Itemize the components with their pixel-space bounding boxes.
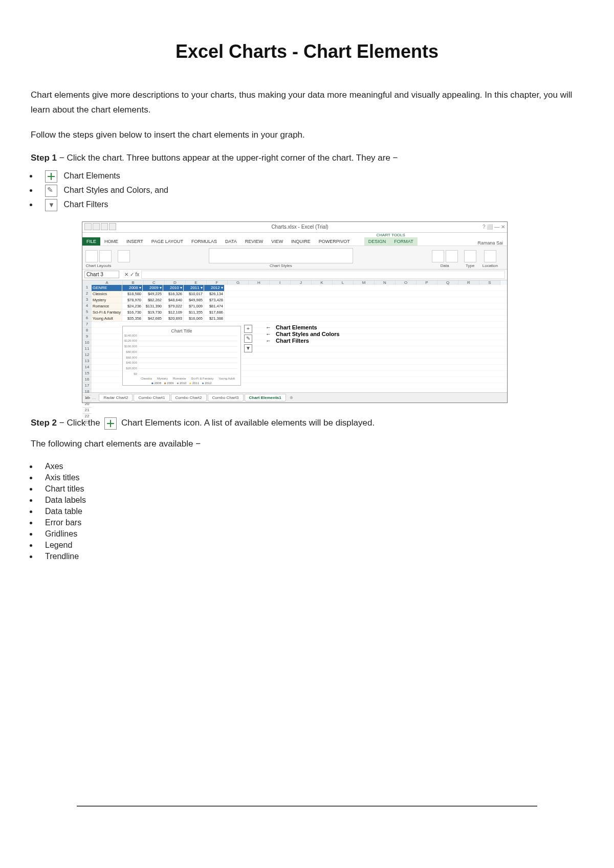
row-header[interactable]: 10 xyxy=(82,340,92,346)
chart-legend[interactable]: 20082009201020112012 xyxy=(123,382,240,385)
list-item: Chart titles xyxy=(38,484,583,494)
quick-access-toolbar[interactable] xyxy=(84,223,117,231)
column-header[interactable]: F xyxy=(207,280,228,285)
column-header[interactable]: L xyxy=(333,280,354,285)
move-chart-button[interactable] xyxy=(484,250,496,262)
column-header[interactable]: H xyxy=(249,280,270,285)
tab-data[interactable]: DATA xyxy=(221,237,241,246)
column-header[interactable]: A xyxy=(92,280,123,285)
window-controls[interactable]: ? ⬜ — ✕ xyxy=(483,224,505,230)
column-header[interactable]: S xyxy=(479,280,500,285)
column-headers[interactable]: ABCDEFGHIJKLMNOPQRS xyxy=(92,280,500,285)
row-header[interactable]: 14 xyxy=(82,365,92,371)
row-header[interactable]: 5 xyxy=(82,309,92,316)
column-header[interactable]: O xyxy=(396,280,416,285)
sheet-tab[interactable]: Combo Chart2 xyxy=(171,394,207,402)
chart-styles-button[interactable]: ✎ xyxy=(244,335,252,343)
row-header[interactable]: 16 xyxy=(82,377,92,383)
formula-input[interactable] xyxy=(141,271,505,279)
group-data-label: Data xyxy=(441,263,449,268)
add-chart-element-button[interactable] xyxy=(85,250,98,262)
column-header[interactable]: E xyxy=(186,280,207,285)
plus-icon xyxy=(45,170,57,183)
row-header[interactable]: 6 xyxy=(82,316,92,322)
tab-insert[interactable]: INSERT xyxy=(122,237,147,246)
row-header[interactable]: 21 xyxy=(82,408,92,414)
column-header[interactable]: B xyxy=(123,280,144,285)
sheet-tab[interactable]: Chart Elements1 xyxy=(245,394,286,402)
row-header[interactable]: 11 xyxy=(82,346,92,352)
row-header[interactable]: 18 xyxy=(82,389,92,395)
row-headers[interactable]: 1234567891011121314151617181920212223 xyxy=(82,285,92,392)
switch-row-column-button[interactable] xyxy=(432,250,444,262)
tab-inquire[interactable]: INQUIRE xyxy=(287,237,315,246)
worksheet-area[interactable]: 1234567891011121314151617181920212223 GE… xyxy=(82,285,507,392)
data-table-block: GENRE2008 ▾2009 ▾2010 ▾2011 ▾2012 ▾Class… xyxy=(92,285,225,322)
row-header[interactable]: 9 xyxy=(82,334,92,340)
footer-rule xyxy=(77,806,537,807)
quick-layout-button[interactable] xyxy=(99,250,112,262)
tab-formulas[interactable]: FORMULAS xyxy=(187,237,221,246)
chart-elements-button[interactable]: + xyxy=(244,325,252,333)
step-1-body: − Click the chart. Three buttons appear … xyxy=(57,153,398,163)
embedded-chart[interactable]: Chart Title $140,000$120,000$100,000$80,… xyxy=(122,326,241,386)
row-header[interactable]: 12 xyxy=(82,352,92,359)
select-data-button[interactable] xyxy=(446,250,458,262)
tab-review[interactable]: REVIEW xyxy=(241,237,268,246)
chart-styles-gallery[interactable] xyxy=(209,248,353,263)
name-box[interactable]: Chart 3 xyxy=(84,271,119,278)
tab-file[interactable]: FILE xyxy=(82,237,100,246)
change-chart-type-button[interactable] xyxy=(464,250,476,262)
row-header[interactable]: 13 xyxy=(82,359,92,365)
row-header[interactable]: 20 xyxy=(82,402,92,408)
tab-home[interactable]: HOME xyxy=(100,237,122,246)
list-item: Data table xyxy=(38,507,583,516)
chart-category-axis: ClassicsMysteryRomanceSci-Fi & FantasyYo… xyxy=(138,377,237,380)
chart-plot-area[interactable]: $140,000$120,000$100,000$80,000$60,000$4… xyxy=(138,336,237,374)
sheet-tab[interactable]: Radar Chart2 xyxy=(99,394,133,402)
sheet-tab-bar: ◂ ▸ … Radar Chart2Combo Chart1Combo Char… xyxy=(82,392,507,403)
sheet-nav-buttons[interactable]: ◂ ▸ … xyxy=(85,395,96,400)
sheet-tab[interactable]: Combo Chart3 xyxy=(208,394,244,402)
column-header[interactable]: R xyxy=(458,280,479,285)
annot-chart-styles: ←Chart Styles and Colors xyxy=(266,331,340,337)
row-header[interactable]: 1 xyxy=(82,285,92,291)
change-colors-button[interactable] xyxy=(118,250,130,262)
row-header[interactable]: 15 xyxy=(82,371,92,377)
column-header[interactable]: G xyxy=(228,280,249,285)
column-header[interactable]: C xyxy=(144,280,165,285)
list-item: Gridlines xyxy=(38,529,583,539)
sheet-tab[interactable]: Combo Chart1 xyxy=(134,394,169,402)
chart-title[interactable]: Chart Title xyxy=(123,328,240,333)
column-header[interactable]: Q xyxy=(437,280,458,285)
new-sheet-button[interactable]: ⊕ xyxy=(287,394,296,401)
contextual-label: CHART TOOLS xyxy=(372,233,409,237)
column-header[interactable]: J xyxy=(291,280,312,285)
row-header[interactable]: 4 xyxy=(82,303,92,309)
column-header[interactable]: K xyxy=(312,280,333,285)
tab-design[interactable]: DESIGN xyxy=(364,237,390,246)
intro-para-2: Follow the steps given below to insert t… xyxy=(31,128,583,143)
tab-page-layout[interactable]: PAGE LAYOUT xyxy=(147,237,187,246)
column-header[interactable]: N xyxy=(375,280,396,285)
fx-controls[interactable]: ✕ ✓ fx xyxy=(124,272,139,277)
tab-powerpivot[interactable]: POWERPIVOT xyxy=(315,237,354,246)
row-header[interactable]: 7 xyxy=(82,322,92,328)
user-name[interactable]: Ramana Sai xyxy=(477,240,507,246)
list-item: Axis titles xyxy=(38,473,583,482)
row-header[interactable]: 8 xyxy=(82,328,92,334)
step-2-label: Step 2 xyxy=(31,418,57,428)
tab-format[interactable]: FORMAT xyxy=(390,237,417,246)
column-header[interactable]: I xyxy=(270,280,291,285)
group-location-label: Location xyxy=(483,263,498,268)
formula-bar: Chart 3 ✕ ✓ fx xyxy=(82,270,507,280)
row-header[interactable]: 17 xyxy=(82,383,92,389)
column-header[interactable]: M xyxy=(354,280,375,285)
chart-filters-button[interactable]: ▼ xyxy=(244,344,252,352)
row-header[interactable]: 3 xyxy=(82,297,92,303)
excel-screenshot: Charts.xlsx - Excel (Trial) ? ⬜ — ✕ FILE… xyxy=(82,221,508,403)
column-header[interactable]: P xyxy=(416,280,437,285)
column-header[interactable]: D xyxy=(165,280,186,285)
tab-view[interactable]: VIEW xyxy=(267,237,287,246)
row-header[interactable]: 2 xyxy=(82,291,92,297)
